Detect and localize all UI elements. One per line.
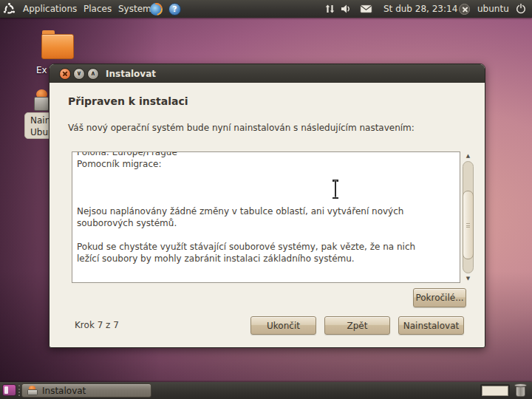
summary-scrolled-area: Poloha: Europe/Prague Pomocník migrace: … [72,151,474,283]
page-title: Připraven k instalaci [68,95,188,107]
summary-line [77,229,455,241]
ubuntu-logo-icon [3,3,16,16]
installer-task-icon [27,386,38,395]
top-panel: Applications Places System ? [0,0,532,18]
trash-lid-icon [514,383,527,387]
desktop-icon-examples[interactable] [41,34,74,59]
scrollbar-thumb[interactable] [463,191,474,259]
network-indicator[interactable] [325,0,335,18]
taskbar-item-label: Instalovat [42,386,86,396]
taskbar-item-instalovat[interactable]: Instalovat [21,383,151,398]
folder-icon-body [41,34,74,59]
summary-line: Poloha: Europe/Prague [77,151,455,158]
quit-button[interactable]: Ukončit [250,316,316,335]
summary-line [77,170,455,182]
scrollbar-grip [466,223,470,228]
desktop-icon-examples-label[interactable]: Ex [36,65,47,75]
minimize-button[interactable]: ∨ [73,68,85,80]
me-menu[interactable] [459,0,470,18]
me-menu-username[interactable]: ubuntu [477,0,509,18]
workspace-switcher[interactable] [480,384,510,398]
back-button[interactable]: Zpět [324,316,390,335]
show-desktop-button[interactable] [2,384,16,396]
installer-window: ∨ ∧ Instalovat Připraven k instalaci Váš… [49,64,485,348]
window-title: Instalovat [106,69,156,79]
summary-line: Pokud se chystáte využít stávající soubo… [77,241,455,253]
messaging-indicator[interactable] [360,0,372,18]
text-cursor [331,180,340,199]
trash-icon [516,386,525,397]
chevron-down-icon: ∨ [76,70,81,77]
scroll-up-arrow-icon[interactable]: ▲ [462,151,474,160]
ubuntu-menu-button[interactable] [3,0,16,18]
panel-drag-handle[interactable] [18,385,21,396]
scroll-down-arrow-icon[interactable]: ▼ [462,274,474,283]
maximize-button[interactable]: ∧ [87,68,99,80]
menu-applications[interactable]: Applications [21,0,78,18]
summary-lines: Poloha: Europe/Prague Pomocník migrace: … [77,151,455,265]
titlebar[interactable]: ∨ ∧ Instalovat [50,64,485,83]
trash-applet[interactable] [514,383,527,398]
speaker-icon [341,4,352,13]
summary-line: Pomocník migrace: [77,158,455,170]
summary-line: ležící soubory by mohly zabránit instala… [77,253,455,265]
envelope-icon [360,4,372,13]
close-button[interactable] [59,68,71,80]
help-launcher[interactable]: ? [168,0,181,18]
show-desktop-icon [4,386,8,394]
power-icon [516,4,526,14]
summary-line [77,182,455,194]
desktop-screen: Ex Nain Ubun ∨ ∧ Instalovat Připraven k … [0,0,532,399]
scrollbar-trough[interactable] [463,161,474,273]
network-arrows-icon [325,4,335,13]
advanced-button[interactable]: Pokročilé... [413,288,466,307]
firefox-launcher[interactable] [150,0,163,18]
vertical-scrollbar[interactable]: ▲ ▼ [462,151,474,283]
workspace-1[interactable] [482,386,508,396]
summary-textview[interactable]: Poloha: Europe/Prague Pomocník migrace: … [72,151,460,283]
menu-places[interactable]: Places [82,0,113,18]
firefox-icon [150,3,163,16]
summary-line: souborových systémů. [77,217,455,229]
status-offline-icon [459,4,470,15]
intro-text: Váš nový operační systém bude nyní nains… [68,123,415,133]
cursor-stem [335,181,336,197]
summary-line: Nejsou naplánovány žádné změny v tabulce… [77,205,455,217]
chevron-up-icon: ∧ [90,70,95,77]
summary-line [77,194,455,205]
menu-system[interactable]: System [117,0,153,18]
bottom-taskbar: Instalovat [0,382,532,399]
clock[interactable]: St dub 28, 23:14 [383,0,457,18]
session-menu[interactable] [516,0,526,18]
install-button[interactable]: Nainstalovat [398,316,464,335]
volume-indicator[interactable] [341,0,352,18]
cursor-bottom-serif [332,197,338,200]
install-cd-icon-base [34,97,49,111]
help-icon: ? [168,3,181,16]
step-label: Krok 7 z 7 [75,320,119,330]
